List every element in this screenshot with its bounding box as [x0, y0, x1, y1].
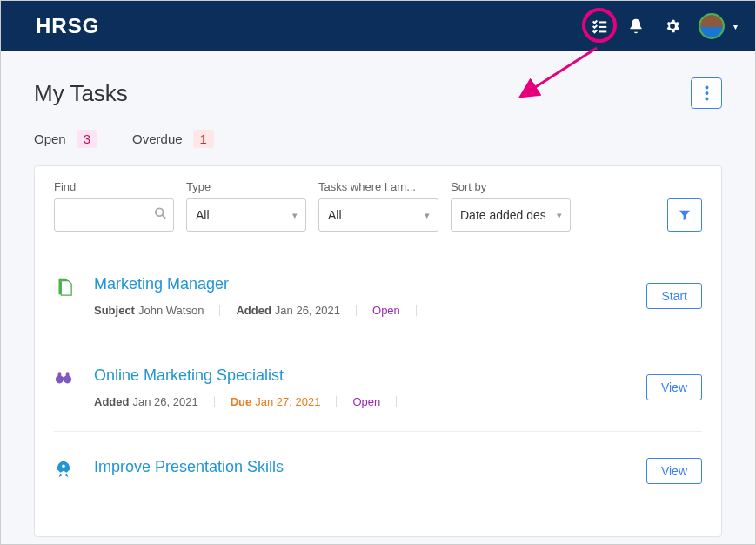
svg-rect-12	[58, 373, 62, 378]
svg-point-6	[705, 98, 708, 101]
tasks-card: Find Type All Tasks where I am... All So…	[34, 165, 722, 537]
role-select[interactable]: All	[318, 198, 438, 232]
page-menu-button[interactable]	[691, 77, 722, 109]
funnel-icon	[678, 208, 692, 222]
type-label: Type	[186, 180, 306, 193]
logo: HRSG	[36, 14, 99, 38]
content-area: My Tasks Open 3 Overdue 1 Find	[1, 51, 755, 544]
tasks-nav-icon[interactable]	[589, 16, 610, 37]
rocket-icon	[54, 460, 75, 481]
status-badge: Open	[372, 304, 400, 317]
task-row: Improve Presentation Skills View	[54, 432, 702, 536]
chevron-down-icon[interactable]: ▾	[733, 22, 738, 31]
overdue-label: Overdue	[132, 131, 183, 146]
bell-icon[interactable]	[626, 16, 646, 37]
svg-point-14	[62, 465, 65, 468]
task-meta: Subject John Watson Added Jan 26, 2021 O…	[94, 304, 646, 317]
avatar[interactable]	[699, 13, 725, 39]
overdue-badge: 1	[193, 130, 214, 148]
svg-point-7	[156, 208, 164, 216]
svg-line-8	[162, 215, 165, 219]
type-group: Type All	[186, 180, 306, 232]
sort-select[interactable]: Date added des	[451, 198, 571, 232]
task-row: Marketing Manager Subject John Watson Ad…	[54, 249, 702, 340]
page-title: My Tasks	[34, 80, 128, 107]
sort-label: Sort by	[451, 180, 571, 193]
task-meta: Added Jan 26, 2021 Due Jan 27, 2021 Open	[94, 395, 646, 408]
search-icon	[154, 207, 167, 224]
task-title-link[interactable]: Improve Presentation Skills	[94, 458, 284, 475]
task-title-link[interactable]: Marketing Manager	[94, 275, 229, 293]
svg-rect-13	[66, 373, 70, 378]
open-badge: 3	[77, 130, 97, 148]
document-icon	[54, 277, 75, 298]
find-group: Find	[54, 180, 174, 232]
overdue-count[interactable]: Overdue 1	[132, 130, 214, 148]
role-label: Tasks where I am...	[318, 180, 438, 193]
find-label: Find	[54, 180, 174, 193]
task-list: Marketing Manager Subject John Watson Ad…	[35, 249, 721, 536]
status-counts: Open 3 Overdue 1	[34, 130, 722, 148]
top-navbar: HRSG ▾	[1, 1, 755, 51]
navbar-right: ▾	[589, 13, 738, 39]
kebab-icon	[705, 85, 709, 101]
role-group: Tasks where I am... All	[318, 180, 438, 232]
open-label: Open	[34, 131, 66, 146]
filter-button[interactable]	[667, 198, 702, 232]
type-select[interactable]: All	[186, 198, 306, 232]
binoculars-icon	[54, 368, 75, 389]
view-button[interactable]: View	[646, 458, 702, 484]
view-button[interactable]: View	[646, 374, 702, 400]
svg-rect-11	[61, 377, 66, 380]
open-count[interactable]: Open 3	[34, 130, 97, 148]
gear-icon[interactable]	[662, 16, 683, 37]
sort-group: Sort by Date added des	[451, 180, 571, 232]
filter-row: Find Type All Tasks where I am... All So…	[35, 166, 721, 249]
status-badge: Open	[352, 395, 380, 408]
svg-point-5	[705, 91, 708, 95]
svg-point-4	[705, 86, 708, 90]
task-title-link[interactable]: Online Marketing Specialist	[94, 367, 284, 384]
page-header: My Tasks	[34, 77, 722, 109]
start-button[interactable]: Start	[646, 283, 702, 309]
task-row: Online Marketing Specialist Added Jan 26…	[54, 340, 702, 432]
